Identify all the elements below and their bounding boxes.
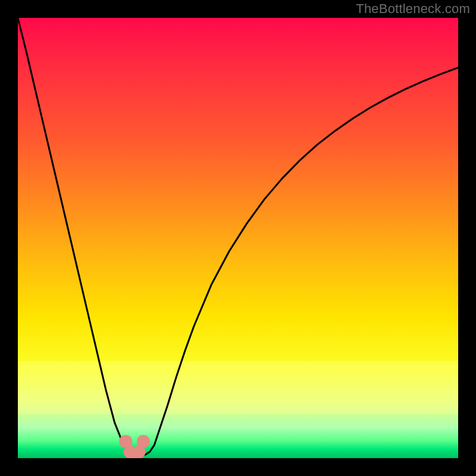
- watermark-label: TheBottleneck.com: [356, 1, 470, 17]
- bottleneck-curve-layer: [18, 18, 458, 458]
- plot-area: [18, 18, 458, 458]
- chart-frame: TheBottleneck.com: [0, 0, 476, 476]
- bottleneck-curve: [18, 18, 458, 456]
